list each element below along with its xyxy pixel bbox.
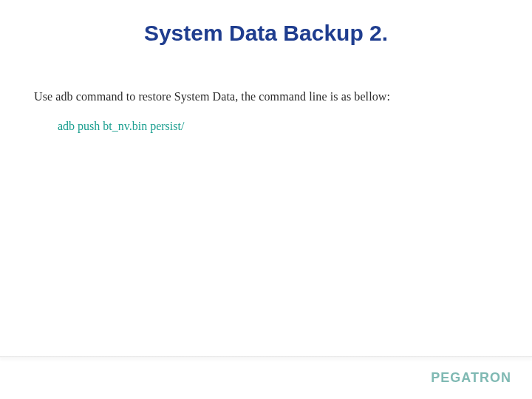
brand-logo: PEGATRON (431, 370, 511, 386)
instruction-text: Use adb command to restore System Data, … (34, 90, 532, 103)
slide-title: System Data Backup 2. (0, 0, 532, 46)
footer-divider (0, 356, 532, 358)
command-line: adb push bt_nv.bin persist/ (58, 120, 532, 133)
